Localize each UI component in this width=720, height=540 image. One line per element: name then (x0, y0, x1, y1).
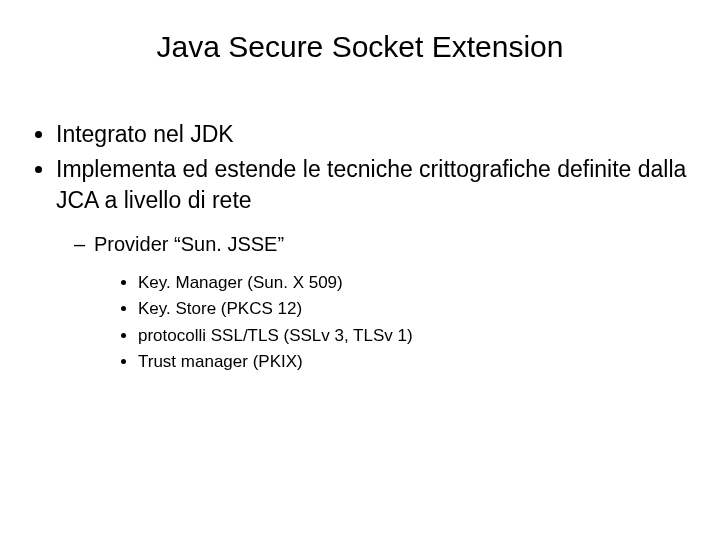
list-item: Implementa ed estende le tecniche critto… (56, 154, 690, 375)
list-item: Provider “Sun. JSSE” Key. Manager (Sun. … (94, 230, 690, 375)
list-item-text: Provider “Sun. JSSE” (94, 233, 284, 255)
slide-title: Java Secure Socket Extension (30, 30, 690, 64)
bullet-list-level3: Key. Manager (Sun. X 509) Key. Store (PK… (94, 270, 690, 375)
bullet-list-level1: Integrato nel JDK Implementa ed estende … (30, 119, 690, 376)
bullet-list-level2: Provider “Sun. JSSE” Key. Manager (Sun. … (56, 230, 690, 375)
list-item: Key. Store (PKCS 12) (138, 296, 690, 322)
list-item-text: Implementa ed estende le tecniche critto… (56, 156, 686, 213)
list-item: Trust manager (PKIX) (138, 349, 690, 375)
list-item: Key. Manager (Sun. X 509) (138, 270, 690, 296)
slide: Java Secure Socket Extension Integrato n… (0, 0, 720, 540)
list-item: protocolli SSL/TLS (SSLv 3, TLSv 1) (138, 323, 690, 349)
list-item: Integrato nel JDK (56, 119, 690, 150)
